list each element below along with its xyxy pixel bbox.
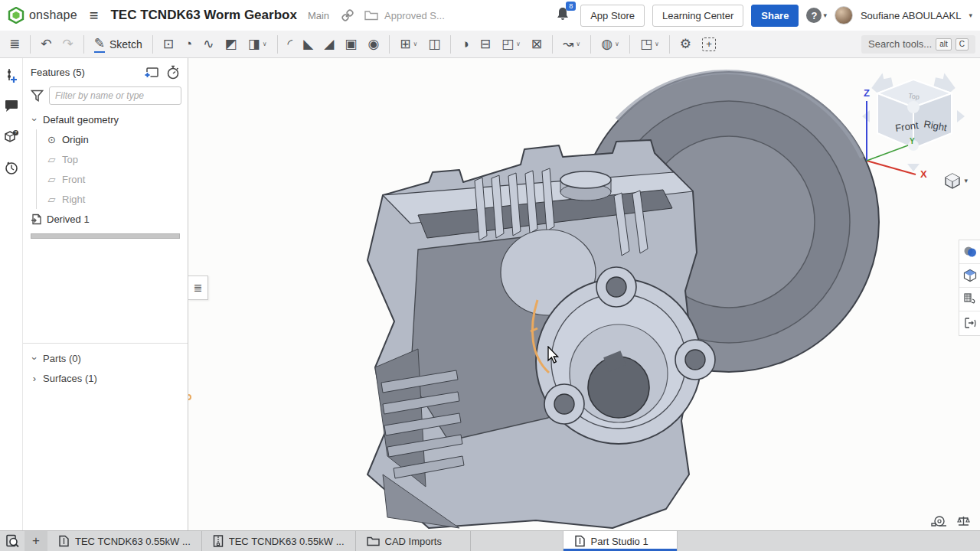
document-title[interactable]: TEC TCNDK63 Worm Gearbox: [110, 8, 296, 23]
view-cube[interactable]: Front Right Top Z X Y: [856, 63, 971, 178]
tab-label: TEC TCNDK63 0.55kW ...: [75, 536, 191, 547]
surface-button[interactable]: ◍∨: [596, 34, 624, 54]
search-tools-box[interactable]: Search tools... alt C: [861, 35, 975, 54]
mass-properties-button[interactable]: [956, 515, 971, 528]
tree-item-default-geometry[interactable]: › Default geometry: [23, 109, 188, 129]
configurations-panel-button[interactable]: [3, 67, 20, 84]
rollback-bar[interactable]: [31, 233, 180, 239]
view-options-button[interactable]: ▾: [943, 171, 968, 190]
measure-tool-button[interactable]: [930, 515, 947, 528]
user-name[interactable]: Soufiane ABOULAAKL: [861, 10, 962, 21]
boolean-button[interactable]: ◑: [456, 34, 473, 54]
filter-funnel-icon: [31, 90, 44, 102]
plane-icon: ▱: [46, 194, 57, 205]
named-views-button[interactable]: [959, 264, 980, 288]
sketch-button[interactable]: ✎ Sketch: [90, 34, 147, 55]
shell-button[interactable]: ▣: [340, 34, 361, 54]
features-flyout-handle[interactable]: ≣: [188, 276, 208, 300]
featurescript-notices-button[interactable]: ?: [3, 129, 20, 145]
mirror-button[interactable]: ◫: [423, 34, 445, 54]
featurescript-tools-button[interactable]: ⚙: [675, 34, 696, 54]
parts-list-header[interactable]: › Parts (0): [23, 348, 188, 368]
revolve-icon: ◔: [185, 37, 192, 52]
workspace-branch[interactable]: Main: [308, 10, 329, 21]
insert-custom-feature-button[interactable]: +: [697, 35, 720, 54]
chevron-right-icon[interactable]: ›: [31, 373, 38, 384]
plane-icon: ▱: [46, 154, 57, 165]
sheet-metal-button[interactable]: ◳∨: [635, 34, 664, 54]
chevron-down-icon[interactable]: ›: [29, 354, 41, 362]
learning-center-button[interactable]: Learning Center: [652, 5, 743, 27]
tab-label: Part Studio 1: [591, 536, 648, 547]
view-mode-cube-icon: [943, 171, 962, 190]
split-button[interactable]: ⊟: [475, 34, 495, 54]
insert-tab-button[interactable]: +: [24, 531, 47, 551]
configurations-icon: [5, 68, 18, 83]
delete-face-button[interactable]: ⊠: [527, 34, 547, 54]
section-view-button[interactable]: [959, 288, 980, 311]
tab-zip-doc[interactable]: TEC TCNDK63 0.55kW ...: [202, 531, 356, 551]
tab-part-studio-doc1[interactable]: TEC TCNDK63 0.55kW ...: [47, 531, 202, 551]
tree-item-front-plane[interactable]: ▱ Front: [23, 169, 188, 189]
help-icon: ?: [806, 8, 822, 23]
help-menu[interactable]: ? ▾: [806, 8, 827, 23]
undo-button[interactable]: ↶: [36, 34, 56, 54]
tab-cad-imports[interactable]: CAD Imports: [356, 531, 471, 551]
share-button[interactable]: Share: [751, 5, 799, 27]
tree-item-right-plane[interactable]: ▱ Right: [23, 189, 188, 209]
onshape-logo-icon: [8, 7, 24, 24]
document-tab-bar: + TEC TCNDK63 0.55kW ... TEC TCNDK63 0.5…: [0, 530, 980, 551]
loft-icon: ◩: [225, 37, 237, 52]
surfaces-list-header[interactable]: › Surfaces (1): [23, 368, 188, 388]
loft-button[interactable]: ◩: [220, 34, 242, 54]
sweep-button[interactable]: ∿: [198, 34, 218, 54]
notification-badge: 8: [566, 2, 576, 11]
redo-button[interactable]: ↷: [58, 34, 78, 54]
user-avatar[interactable]: [835, 6, 853, 24]
rollback-history-button[interactable]: [166, 65, 180, 80]
history-panel-button[interactable]: [3, 159, 20, 176]
user-menu-caret-icon[interactable]: ▾: [969, 11, 972, 19]
filter-button[interactable]: [31, 90, 44, 102]
curve-button[interactable]: ↝∨: [558, 34, 585, 54]
chamfer-button[interactable]: ◣: [299, 34, 318, 54]
transform-button[interactable]: ◰∨: [497, 34, 525, 54]
main-menu-icon[interactable]: ≡: [83, 7, 105, 24]
app-store-button[interactable]: App Store: [580, 5, 645, 27]
tree-item-origin[interactable]: ⊙ Origin: [23, 129, 188, 149]
folder-label[interactable]: Approved S...: [384, 10, 445, 21]
link-icon[interactable]: [341, 9, 354, 21]
view-cube-top-label[interactable]: Top: [908, 92, 920, 101]
exploded-view-button[interactable]: [959, 311, 980, 335]
chamfer-icon: ◣: [303, 37, 313, 52]
create-folder-button[interactable]: [144, 67, 158, 78]
dropdown-caret-icon: ∨: [413, 41, 417, 47]
appearance-panel-button[interactable]: [959, 240, 980, 264]
tree-label: Right: [62, 194, 85, 205]
feature-list-toggle-button[interactable]: ≣: [5, 34, 24, 54]
hole-button[interactable]: ◉: [363, 34, 384, 54]
chevron-down-icon[interactable]: ›: [29, 116, 41, 123]
draft-button[interactable]: ◢: [319, 34, 338, 54]
pattern-button[interactable]: ⊞∨: [395, 34, 422, 54]
filter-input[interactable]: [49, 86, 181, 105]
revolve-button[interactable]: ◔: [180, 34, 197, 54]
fillet-button[interactable]: ◜: [283, 34, 298, 54]
graphics-viewport[interactable]: Front Right Top Z X Y ▾: [188, 58, 980, 530]
onshape-logo[interactable]: onshape: [8, 7, 77, 24]
draft-icon: ◢: [324, 37, 334, 52]
extrude-button[interactable]: ⊡: [158, 34, 178, 54]
origin-icon: ⊙: [46, 134, 57, 145]
tab-label: CAD Imports: [385, 536, 442, 547]
comments-panel-button[interactable]: [3, 98, 20, 115]
tree-item-derived-1[interactable]: Derived 1: [23, 209, 188, 229]
search-tabs-button[interactable]: [0, 531, 24, 551]
toolbar-separator: [277, 35, 278, 54]
thicken-button[interactable]: ◨∨: [243, 34, 272, 54]
search-tools-label: Search tools...: [868, 38, 932, 50]
dropdown-caret-icon: ∨: [576, 41, 580, 47]
tree-item-top-plane[interactable]: ▱ Top: [23, 149, 188, 169]
notifications-button[interactable]: 8: [553, 5, 573, 26]
search-tabs-icon: [5, 534, 19, 548]
tab-part-studio-1[interactable]: Part Studio 1: [563, 531, 678, 551]
